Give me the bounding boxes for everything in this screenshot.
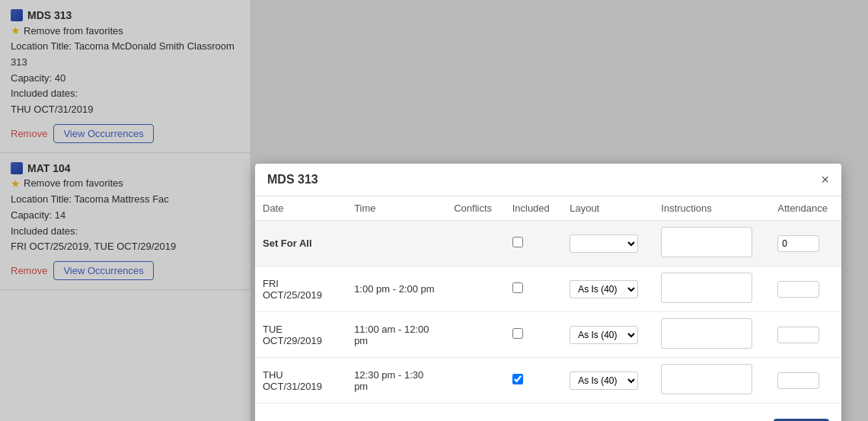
- set-for-all-time: [346, 221, 446, 266]
- row2-instructions-textarea[interactable]: [661, 318, 752, 349]
- occurrences-modal: MDS 313 × Date Time Conflicts Included L…: [255, 164, 841, 421]
- row2-time: 11:00 am - 12:00 pm: [346, 312, 446, 358]
- row3-time: 12:30 pm - 1:30 pm: [346, 358, 446, 403]
- row1-attendance[interactable]: [770, 266, 841, 312]
- row2-layout[interactable]: As Is (40): [562, 312, 653, 358]
- row2-included[interactable]: [505, 312, 563, 358]
- row2-attendance-input[interactable]: [777, 327, 819, 343]
- set-for-all-included[interactable]: [505, 221, 563, 266]
- row1-included-checkbox[interactable]: [512, 282, 523, 293]
- col-header-layout: Layout: [562, 196, 653, 221]
- set-for-all-row: Set For All: [255, 221, 841, 266]
- row1-attendance-input[interactable]: [777, 281, 819, 298]
- row3-included[interactable]: [505, 358, 563, 403]
- row2-instructions[interactable]: [653, 312, 770, 358]
- set-for-all-instructions-textarea[interactable]: [661, 227, 752, 257]
- col-header-date: Date: [255, 196, 346, 221]
- set-for-all-instructions[interactable]: [653, 221, 770, 266]
- set-for-all-attendance[interactable]: [770, 221, 841, 266]
- row2-attendance[interactable]: [770, 312, 841, 358]
- row3-conflicts: [446, 358, 504, 403]
- table-header-row: Date Time Conflicts Included Layout Inst…: [255, 196, 841, 221]
- set-for-all-attendance-input[interactable]: [777, 235, 819, 252]
- set-for-all-checkbox[interactable]: [512, 237, 523, 247]
- row1-time: 1:00 pm - 2:00 pm: [346, 266, 446, 312]
- col-header-conflicts: Conflicts: [446, 196, 504, 221]
- row2-layout-select[interactable]: As Is (40): [570, 326, 638, 344]
- table-row: THU OCT/31/2019 12:30 pm - 1:30 pm As Is…: [255, 358, 841, 403]
- set-for-all-label: Set For All: [255, 221, 346, 266]
- modal-footer: Close: [255, 413, 841, 421]
- row2-date: TUE OCT/29/2019: [255, 312, 346, 358]
- set-for-all-layout[interactable]: [562, 221, 653, 266]
- row1-date: FRI OCT/25/2019: [255, 266, 346, 312]
- row3-date: THU OCT/31/2019: [255, 358, 346, 403]
- row1-layout[interactable]: As Is (40): [562, 266, 653, 312]
- modal-body: Date Time Conflicts Included Layout Inst…: [255, 196, 841, 413]
- row1-layout-select[interactable]: As Is (40): [570, 280, 638, 298]
- modal-title: MDS 313: [267, 173, 318, 187]
- table-row: FRI OCT/25/2019 1:00 pm - 2:00 pm As Is …: [255, 266, 841, 312]
- occurrences-table: Date Time Conflicts Included Layout Inst…: [255, 196, 841, 403]
- row2-included-checkbox[interactable]: [512, 328, 523, 339]
- modal-header: MDS 313 ×: [255, 164, 841, 196]
- set-for-all-conflicts: [446, 221, 504, 266]
- row3-instructions-textarea[interactable]: [661, 364, 752, 394]
- modal-close-button[interactable]: ×: [821, 173, 829, 187]
- col-header-instructions: Instructions: [653, 196, 770, 221]
- row3-attendance[interactable]: [770, 358, 841, 403]
- row3-instructions[interactable]: [653, 358, 770, 403]
- row3-layout-select[interactable]: As Is (40): [570, 372, 638, 390]
- row3-attendance-input[interactable]: [777, 372, 819, 389]
- set-for-all-layout-select[interactable]: [570, 234, 638, 253]
- row1-included[interactable]: [505, 266, 563, 312]
- table-row: TUE OCT/29/2019 11:00 am - 12:00 pm As I…: [255, 312, 841, 358]
- row3-layout[interactable]: As Is (40): [562, 358, 653, 403]
- row3-included-checkbox[interactable]: [512, 374, 523, 384]
- col-header-time: Time: [346, 196, 446, 221]
- row1-instructions-textarea[interactable]: [661, 273, 752, 303]
- row1-instructions[interactable]: [653, 266, 770, 312]
- row1-conflicts: [446, 266, 504, 312]
- col-header-included: Included: [505, 196, 563, 221]
- row2-conflicts: [446, 312, 504, 358]
- col-header-attendance: Attendance: [770, 196, 841, 221]
